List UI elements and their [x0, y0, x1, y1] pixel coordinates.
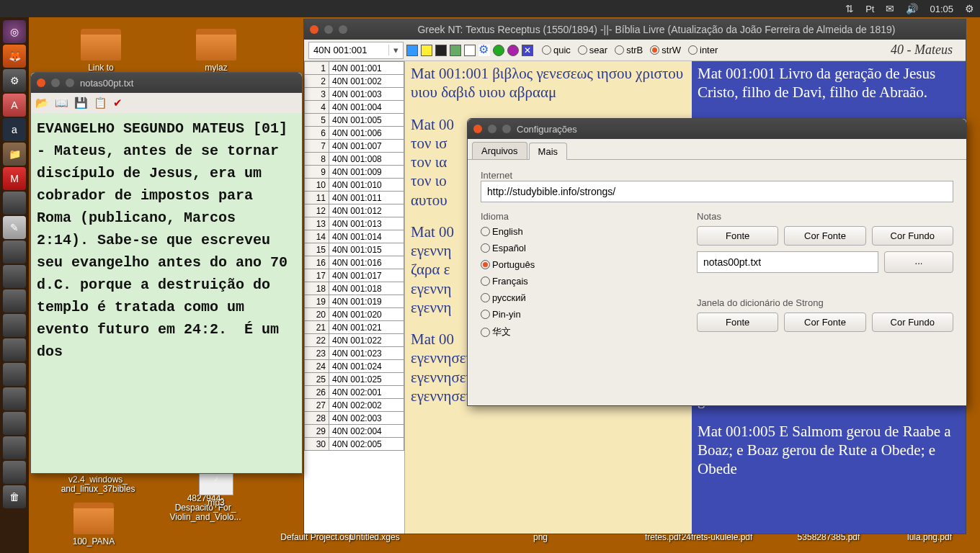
close-icon[interactable] [310, 25, 318, 34]
minimize-icon[interactable] [488, 125, 496, 133]
radio-icon[interactable] [615, 45, 624, 55]
maximize-icon[interactable] [66, 78, 74, 87]
table-row[interactable]: 2940N 002:004 [305, 425, 404, 438]
tool-btn-1[interactable] [406, 45, 418, 56]
table-row[interactable]: 1240N 001:012 [305, 204, 404, 217]
radio-inter[interactable]: inter [688, 45, 718, 55]
language-option[interactable]: Português [481, 259, 668, 270]
table-row[interactable]: 1740N 001:017 [305, 269, 404, 282]
app-icon-12[interactable] [3, 436, 26, 459]
table-row[interactable]: 140N 001:001 [305, 62, 404, 75]
language-option[interactable]: Français [481, 276, 668, 287]
radio-quic[interactable]: quic [542, 45, 571, 55]
radio-icon[interactable] [542, 45, 551, 55]
table-row[interactable]: 3040N 002:005 [305, 438, 404, 451]
table-row[interactable]: 1340N 001:013 [305, 217, 404, 230]
app-icon-11[interactable] [3, 412, 26, 435]
table-row[interactable]: 1440N 001:014 [305, 230, 404, 243]
table-row[interactable]: 340N 001:003 [305, 88, 404, 101]
bible-titlebar[interactable]: Greek NT: Textus Receptus (1550/1894) -|… [304, 19, 966, 40]
radio-icon[interactable] [481, 243, 490, 253]
radio-icon[interactable] [481, 227, 490, 236]
tool-btn-8[interactable] [507, 45, 519, 56]
tab-mais[interactable]: Mais [529, 143, 567, 160]
mail-icon[interactable]: ✉ [886, 3, 894, 14]
language-option[interactable]: Pin-yin [481, 309, 668, 320]
tool-btn-3[interactable] [435, 45, 447, 56]
tool-btn-6[interactable]: ⚙ [478, 45, 490, 56]
app-icon-1[interactable]: M [3, 167, 26, 190]
radio-strW[interactable]: strW [650, 45, 681, 55]
radio-icon[interactable] [481, 310, 490, 319]
radio-icon[interactable] [481, 260, 490, 269]
language-option[interactable]: 华文 [481, 325, 668, 338]
tab-arquivos[interactable]: Arquivos [472, 142, 527, 159]
tool-btn-5[interactable] [464, 45, 476, 56]
notes-file-input[interactable] [697, 251, 878, 273]
tool-btn-2[interactable] [421, 45, 432, 56]
table-row[interactable]: 940N 001:009 [305, 166, 404, 179]
radio-icon[interactable] [578, 45, 587, 55]
radio-strB[interactable]: strB [615, 45, 643, 55]
volume-icon[interactable]: 🔊 [906, 3, 918, 14]
tool-btn-9[interactable]: ✕ [522, 45, 533, 56]
table-row[interactable]: 2640N 002:001 [305, 386, 404, 399]
app-icon-3[interactable]: ✎ [3, 216, 26, 239]
tool-btn-4[interactable] [450, 45, 461, 56]
table-row[interactable]: 2740N 002:002 [305, 399, 404, 412]
table-row[interactable]: 540N 001:005 [305, 114, 404, 127]
language-option[interactable]: Español [481, 243, 668, 253]
reference-input[interactable] [309, 43, 388, 57]
notas-cor-fundo-button[interactable]: Cor Fundo [872, 226, 953, 246]
app-icon-9[interactable] [3, 363, 26, 386]
strong-cor-fonte-button[interactable]: Cor Fonte [784, 313, 865, 332]
desktop-folder-pana[interactable]: 100_PANA [58, 503, 130, 547]
trash-icon[interactable]: 🗑 [3, 485, 26, 508]
table-row[interactable]: 2440N 001:024 [305, 360, 404, 373]
strong-fonte-button[interactable]: Fonte [697, 313, 778, 332]
book-icon[interactable]: 📖 [55, 96, 68, 109]
table-row[interactable]: 640N 001:006 [305, 127, 404, 140]
app-icon-10[interactable] [3, 387, 26, 410]
notes-textarea[interactable]: EVANGELHO SEGUNDO MATEUS [01] - Mateus, … [31, 113, 302, 473]
close-icon[interactable] [37, 78, 45, 87]
radio-icon[interactable] [481, 276, 490, 286]
table-row[interactable]: 2340N 001:023 [305, 347, 404, 360]
open-icon[interactable]: 📂 [35, 96, 49, 109]
maximize-icon[interactable] [339, 25, 347, 34]
desktop-folder-mylaz[interactable]: mylaz [180, 29, 252, 73]
language-option[interactable]: русский [481, 292, 668, 303]
table-row[interactable]: 1640N 001:016 [305, 256, 404, 269]
table-row[interactable]: 2240N 001:022 [305, 334, 404, 347]
table-row[interactable]: 240N 001:002 [305, 75, 404, 88]
table-row[interactable]: 840N 001:008 [305, 153, 404, 166]
app-icon-2[interactable] [3, 192, 26, 215]
internet-input[interactable] [481, 181, 953, 202]
radio-sear[interactable]: sear [578, 45, 607, 55]
radio-icon[interactable] [688, 45, 698, 55]
save-icon[interactable]: 💾 [74, 96, 88, 109]
check-icon[interactable]: ✔ [113, 96, 122, 109]
clock[interactable]: 01:05 [930, 4, 953, 14]
table-row[interactable]: 1140N 001:011 [305, 192, 404, 204]
settings-titlebar[interactable]: Configurações [468, 119, 966, 139]
browse-button[interactable]: ... [884, 251, 953, 273]
settings-icon[interactable]: ⚙ [3, 69, 26, 92]
radio-icon[interactable] [481, 328, 490, 337]
radio-icon[interactable] [650, 45, 659, 55]
radio-icon[interactable] [481, 293, 490, 302]
app-icon-5[interactable] [3, 265, 26, 288]
table-row[interactable]: 2540N 001:025 [305, 373, 404, 386]
maximize-icon[interactable] [502, 125, 511, 133]
desktop-file-mp3[interactable]: ♪mp3 [180, 472, 252, 508]
table-row[interactable]: 1840N 001:018 [305, 282, 404, 295]
chevron-down-icon[interactable]: ▾ [388, 45, 403, 55]
table-row[interactable]: 1540N 001:015 [305, 243, 404, 256]
network-icon[interactable]: ⇅ [845, 3, 854, 14]
table-row[interactable]: 740N 001:007 [305, 140, 404, 153]
app-icon-6[interactable] [3, 289, 26, 313]
notas-cor-fonte-button[interactable]: Cor Fonte [784, 226, 865, 246]
app-icon-4[interactable] [3, 240, 26, 264]
minimize-icon[interactable] [51, 78, 60, 87]
table-row[interactable]: 440N 001:004 [305, 101, 404, 114]
